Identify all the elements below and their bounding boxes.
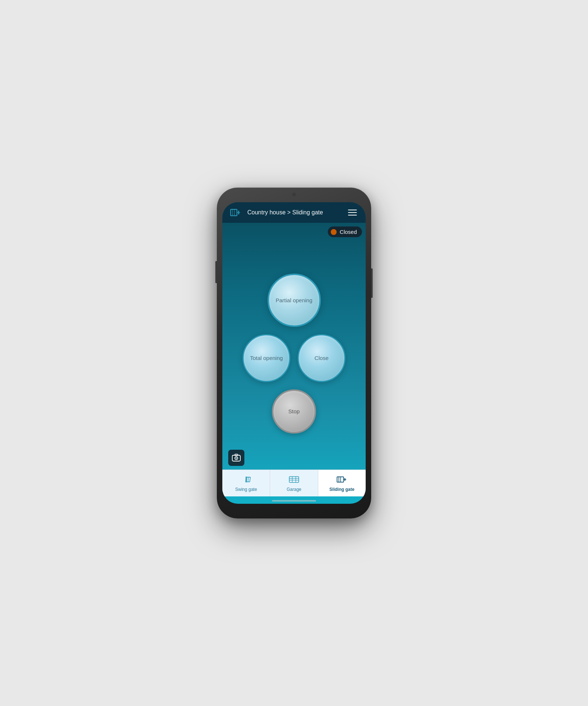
main-content: Closed Partial opening Total opening xyxy=(222,223,366,470)
status-badge: Closed xyxy=(328,227,362,237)
tab-sliding-gate[interactable]: Sliding gate xyxy=(318,470,366,496)
phone-top xyxy=(217,188,371,202)
status-dot xyxy=(331,229,337,235)
bottom-row: Stop xyxy=(272,389,316,434)
camera-icon xyxy=(232,454,241,462)
header-bar: Country house > Sliding gate xyxy=(222,202,366,223)
stop-button[interactable]: Stop xyxy=(272,389,316,434)
tab-garage-label: Garage xyxy=(287,487,301,492)
svg-rect-0 xyxy=(231,209,237,215)
hamburger-line-1 xyxy=(348,210,357,210)
hamburger-button[interactable] xyxy=(347,208,358,217)
tab-garage[interactable]: Garage xyxy=(270,470,318,496)
svg-line-11 xyxy=(246,477,247,482)
top-row: Partial opening xyxy=(268,274,321,327)
svg-line-12 xyxy=(248,477,248,482)
total-opening-button[interactable]: Total opening xyxy=(243,334,290,382)
svg-point-8 xyxy=(236,458,237,459)
phone-wrapper: Country house > Sliding gate Closed xyxy=(206,176,382,530)
partial-opening-button[interactable]: Partial opening xyxy=(268,274,321,327)
tab-sliding-gate-label: Sliding gate xyxy=(329,487,354,492)
front-camera xyxy=(292,193,296,196)
close-button[interactable]: Close xyxy=(298,334,345,382)
close-label: Close xyxy=(315,354,329,362)
swing-gate-icon xyxy=(240,474,252,485)
svg-rect-7 xyxy=(235,454,238,456)
middle-row: Total opening Close xyxy=(243,334,345,382)
header-left: Country house > Sliding gate xyxy=(230,208,323,217)
hamburger-line-2 xyxy=(348,212,357,213)
tab-swing-gate[interactable]: Swing gate xyxy=(222,470,270,496)
stop-label: Stop xyxy=(288,408,300,415)
sliding-gate-icon xyxy=(336,474,348,485)
partial-opening-label: Partial opening xyxy=(276,297,312,304)
header-sliding-gate-icon xyxy=(230,208,243,217)
controls-area: Partial opening Total opening Close xyxy=(243,230,345,462)
phone-screen: Country house > Sliding gate Closed xyxy=(222,202,366,504)
hamburger-line-3 xyxy=(348,215,357,215)
tab-swing-gate-label: Swing gate xyxy=(235,487,257,492)
tab-bar: Swing gate Garage xyxy=(222,470,366,496)
svg-rect-13 xyxy=(289,477,299,482)
phone-device: Country house > Sliding gate Closed xyxy=(217,188,371,518)
garage-icon xyxy=(288,474,300,485)
header-title: Country house > Sliding gate xyxy=(247,209,323,216)
camera-button[interactable] xyxy=(228,450,244,466)
status-text: Closed xyxy=(340,229,357,235)
total-opening-label: Total opening xyxy=(250,354,283,362)
home-indicator xyxy=(272,500,316,502)
